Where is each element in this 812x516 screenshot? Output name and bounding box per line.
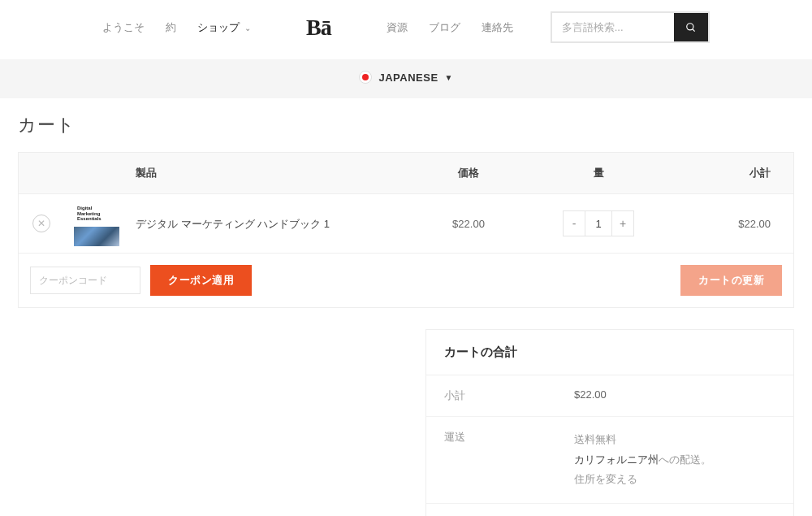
nav-about[interactable]: 約 (166, 20, 176, 35)
header: ようこそ 約 ショップ ⌄ Bā 資源 ブログ 連絡先 (0, 0, 812, 59)
change-address-link[interactable]: 住所を変える (574, 470, 711, 490)
svg-line-1 (692, 28, 694, 31)
flag-japan-icon (359, 71, 372, 84)
header-product: 製品 (129, 166, 404, 180)
qty-increase-button[interactable]: + (612, 211, 633, 236)
totals-subtotal-row: 小計 $22.00 (426, 375, 793, 417)
header-subtotal: 小計 (663, 166, 793, 180)
nav-resources[interactable]: 資源 (387, 20, 408, 35)
thumbnail-text: Digital Marketing Essentials (77, 206, 102, 222)
nav-blog[interactable]: ブログ (429, 20, 460, 35)
cart-actions-row: クーポン適用 カートの更新 (19, 253, 793, 307)
chevron-down-icon: ⌄ (244, 24, 251, 33)
cart-header-row: 製品 価格 量 小計 (19, 153, 793, 193)
remove-item-button[interactable]: ✕ (32, 215, 50, 232)
nav-shop-label: ショップ (197, 21, 240, 33)
item-subtotal: $22.00 (738, 218, 771, 230)
search-wrap (551, 11, 710, 43)
nav-welcome[interactable]: ようこそ (102, 20, 145, 35)
product-name[interactable]: デジタル マーケティング ハンドブック 1 (136, 218, 330, 230)
shipping-destination: カリフォルニア州 (574, 453, 659, 466)
close-icon: ✕ (37, 218, 45, 229)
cart-totals-panel: カートの合計 小計 $22.00 運送 送料無料 カリフォルニア州への配送。 住… (425, 329, 794, 516)
totals-shipping-row: 運送 送料無料 カリフォルニア州への配送。 住所を変える (426, 417, 793, 504)
nav-right: 資源 ブログ 連絡先 (387, 11, 710, 43)
search-icon (685, 22, 697, 33)
item-price: $22.00 (452, 218, 485, 230)
header-price: 価格 (404, 166, 533, 180)
table-row: ✕ Digital Marketing Essentials デジタル マーケテ… (19, 193, 793, 253)
subtotal-value: $22.00 (574, 388, 607, 403)
cart-table: 製品 価格 量 小計 ✕ Digital Marketing Essential… (18, 152, 794, 308)
quantity-stepper: - + (563, 210, 634, 236)
thumbnail-image (74, 227, 119, 246)
dropdown-caret-icon: ▼ (445, 73, 453, 82)
page-title: カート (0, 98, 812, 147)
shipping-details: 送料無料 カリフォルニア州への配送。 住所を変える (574, 430, 711, 490)
search-input[interactable] (552, 13, 674, 41)
subtotal-label: 小計 (444, 388, 574, 403)
shipping-free-text: 送料無料 (574, 430, 711, 450)
logo[interactable]: Bā (306, 15, 331, 41)
apply-coupon-button[interactable]: クーポン適用 (150, 265, 252, 296)
language-selector[interactable]: JAPANESE ▼ (359, 71, 452, 84)
update-cart-button[interactable]: カートの更新 (680, 265, 782, 296)
search-button[interactable] (674, 13, 708, 41)
language-label: JAPANESE (378, 72, 438, 84)
language-bar: JAPANESE ▼ (0, 59, 812, 98)
nav-left: ようこそ 約 ショップ ⌄ (102, 20, 251, 35)
totals-title: カートの合計 (426, 330, 793, 375)
svg-point-0 (686, 23, 693, 29)
qty-input[interactable] (585, 211, 612, 236)
totals-total-row: 合計 $22.00 (426, 504, 793, 516)
header-qty: 量 (533, 166, 663, 180)
shipping-label: 運送 (444, 430, 574, 490)
shipping-destination-suffix: への配送。 (659, 453, 711, 466)
coupon-input[interactable] (30, 267, 140, 294)
product-thumbnail[interactable]: Digital Marketing Essentials (74, 201, 119, 246)
nav-shop[interactable]: ショップ ⌄ (197, 20, 251, 35)
qty-decrease-button[interactable]: - (564, 211, 585, 236)
nav-contact[interactable]: 連絡先 (482, 20, 513, 35)
